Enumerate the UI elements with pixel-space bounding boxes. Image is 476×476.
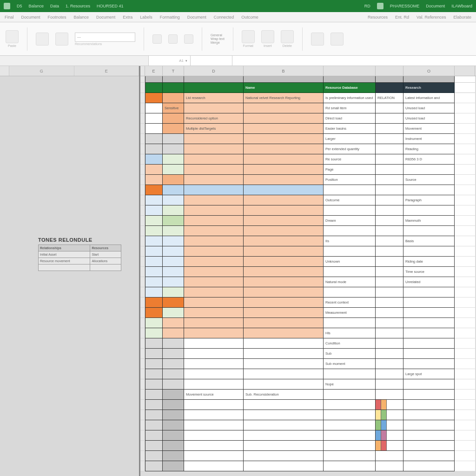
cell[interactable] bbox=[184, 441, 244, 451]
cell[interactable] bbox=[403, 359, 455, 369]
cell[interactable]: Reconsidered option bbox=[184, 113, 244, 124]
cell[interactable] bbox=[244, 185, 324, 195]
cell[interactable] bbox=[244, 246, 324, 257]
cell[interactable] bbox=[376, 165, 403, 175]
cell[interactable]: Position bbox=[324, 175, 376, 185]
cell[interactable] bbox=[184, 400, 244, 410]
cell[interactable] bbox=[184, 185, 244, 195]
col-header[interactable] bbox=[324, 66, 376, 76]
cell[interactable] bbox=[163, 154, 184, 165]
cell[interactable] bbox=[163, 400, 184, 410]
cell[interactable] bbox=[244, 236, 324, 246]
menu-tab[interactable]: Document bbox=[187, 15, 206, 20]
cell[interactable] bbox=[163, 420, 184, 430]
cell[interactable] bbox=[455, 359, 475, 369]
cell[interactable] bbox=[324, 420, 376, 430]
cell[interactable]: Latest information and bbox=[403, 93, 455, 103]
cell[interactable]: Is preliminary information used bbox=[324, 93, 376, 103]
cell[interactable] bbox=[184, 287, 244, 298]
col-header[interactable]: E bbox=[74, 66, 139, 76]
cell[interactable] bbox=[376, 298, 403, 308]
cell[interactable] bbox=[376, 410, 403, 420]
cell[interactable] bbox=[376, 144, 403, 154]
ribbon-chart2[interactable] bbox=[55, 33, 68, 46]
cell[interactable] bbox=[163, 267, 184, 277]
cell[interactable] bbox=[324, 390, 376, 400]
menu-tab[interactable]: Extra bbox=[123, 15, 132, 20]
cell[interactable] bbox=[376, 318, 403, 328]
cell[interactable] bbox=[184, 430, 244, 441]
cell[interactable] bbox=[145, 236, 163, 246]
cell[interactable] bbox=[145, 226, 163, 236]
formula-input[interactable] bbox=[232, 56, 476, 66]
cell[interactable] bbox=[163, 185, 184, 195]
cell[interactable] bbox=[455, 267, 475, 277]
cell[interactable]: Page bbox=[324, 165, 376, 175]
cell[interactable] bbox=[145, 277, 163, 287]
cell[interactable] bbox=[163, 113, 184, 124]
cell[interactable] bbox=[376, 154, 403, 165]
cell[interactable] bbox=[324, 441, 376, 451]
cell[interactable] bbox=[376, 400, 403, 410]
cell[interactable] bbox=[403, 205, 455, 216]
cell[interactable] bbox=[376, 369, 403, 379]
select-all-triangle[interactable] bbox=[0, 66, 9, 76]
cell[interactable] bbox=[324, 430, 376, 441]
cell[interactable] bbox=[145, 420, 163, 430]
cell[interactable] bbox=[163, 93, 184, 103]
cell[interactable]: Paragraph bbox=[403, 195, 455, 205]
cell[interactable] bbox=[403, 76, 455, 83]
cell[interactable] bbox=[145, 308, 163, 318]
cell[interactable] bbox=[145, 76, 163, 83]
header-cell[interactable] bbox=[184, 83, 244, 93]
cell[interactable] bbox=[455, 390, 475, 400]
cell[interactable] bbox=[145, 400, 163, 410]
cell[interactable] bbox=[376, 379, 403, 390]
cell[interactable] bbox=[403, 185, 455, 195]
cell[interactable] bbox=[184, 328, 244, 338]
cell[interactable] bbox=[145, 369, 163, 379]
cell[interactable] bbox=[455, 144, 475, 154]
cell[interactable] bbox=[184, 165, 244, 175]
cell[interactable] bbox=[163, 134, 184, 144]
cell[interactable] bbox=[455, 369, 475, 379]
menu-tab[interactable]: Ent. Rd bbox=[395, 15, 409, 20]
menu-tab[interactable]: Outcome bbox=[241, 15, 258, 20]
cell[interactable] bbox=[244, 205, 324, 216]
cell[interactable] bbox=[145, 349, 163, 359]
cell[interactable] bbox=[244, 420, 324, 430]
cell[interactable] bbox=[403, 461, 455, 471]
cell[interactable] bbox=[163, 349, 184, 359]
cell[interactable] bbox=[145, 257, 163, 267]
menu-tab[interactable]: Resources bbox=[368, 15, 388, 20]
menu-tab[interactable]: Footnotes bbox=[48, 15, 66, 20]
cell[interactable]: Start bbox=[90, 251, 121, 258]
cell[interactable]: Sub bbox=[324, 349, 376, 359]
header-cell[interactable]: Resource Database bbox=[324, 83, 376, 93]
cell[interactable] bbox=[455, 420, 475, 430]
cell[interactable] bbox=[145, 267, 163, 277]
cell[interactable] bbox=[455, 308, 475, 318]
cell[interactable] bbox=[376, 441, 403, 451]
cell[interactable] bbox=[324, 400, 376, 410]
cell[interactable] bbox=[244, 113, 324, 124]
cell[interactable] bbox=[455, 246, 475, 257]
cell[interactable]: National velvet Research Reporting bbox=[244, 93, 324, 103]
cell[interactable] bbox=[376, 390, 403, 400]
cell[interactable] bbox=[403, 308, 455, 318]
cell[interactable] bbox=[455, 441, 475, 451]
cell[interactable] bbox=[184, 369, 244, 379]
cell[interactable] bbox=[376, 205, 403, 216]
cell[interactable] bbox=[455, 83, 475, 93]
cell[interactable] bbox=[184, 205, 244, 216]
cell[interactable] bbox=[184, 134, 244, 144]
cell[interactable] bbox=[145, 338, 163, 349]
cell[interactable]: RELATION bbox=[376, 93, 403, 103]
cell[interactable] bbox=[455, 318, 475, 328]
cell[interactable] bbox=[244, 216, 324, 226]
cell[interactable] bbox=[403, 328, 455, 338]
ribbon-item[interactable] bbox=[168, 34, 178, 44]
cell[interactable]: Rd small item bbox=[324, 103, 376, 113]
cell[interactable] bbox=[403, 441, 455, 451]
cell[interactable] bbox=[376, 134, 403, 144]
